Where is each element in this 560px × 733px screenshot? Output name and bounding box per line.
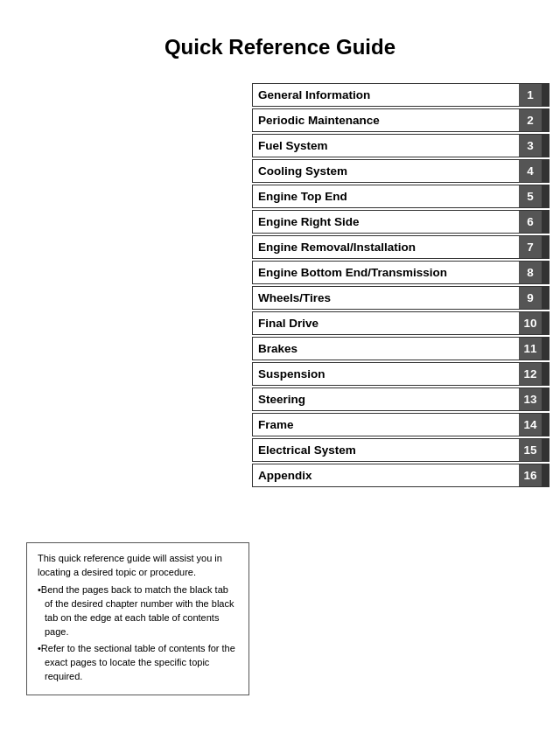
toc-side-tab — [542, 160, 549, 182]
note-intro: This quick reference guide will assist y… — [38, 552, 238, 580]
toc-item-label: Engine Removal/Installation — [253, 236, 519, 258]
toc-item[interactable]: Appendix16 — [252, 464, 550, 487]
toc-item[interactable]: Steering13 — [252, 387, 550, 411]
toc-item-label: Frame — [253, 414, 519, 436]
toc-side-tab — [542, 414, 549, 436]
toc-item-label: Final Drive — [253, 312, 519, 334]
toc-side-tab — [542, 211, 549, 233]
toc-item-number: 10 — [519, 312, 542, 334]
toc-item-number: 12 — [519, 363, 542, 385]
toc-item-label: Periodic Maintenance — [253, 109, 519, 131]
toc-side-tab — [542, 464, 549, 486]
toc-item-number: 8 — [519, 262, 542, 283]
toc-item[interactable]: Engine Bottom End/Transmission8 — [252, 261, 550, 284]
toc-item[interactable]: Suspension12 — [252, 362, 550, 386]
toc-item-number: 14 — [519, 414, 542, 436]
toc-item-label: Steering — [253, 388, 519, 410]
toc-item-number: 16 — [519, 464, 542, 486]
toc-item[interactable]: Engine Removal/Installation7 — [252, 235, 550, 259]
toc-side-tab — [542, 287, 549, 309]
toc-side-tab — [542, 84, 549, 106]
toc-item-number: 4 — [519, 160, 542, 182]
toc-side-tab — [542, 135, 549, 157]
toc-item-label: Fuel System — [253, 135, 519, 157]
toc-item-label: Engine Bottom End/Transmission — [253, 262, 519, 283]
toc-side-tab — [542, 312, 549, 334]
toc-item-number: 5 — [519, 185, 542, 207]
toc-item-label: Suspension — [253, 363, 519, 385]
toc-side-tab — [542, 439, 549, 461]
page-title: Quick Reference Guide — [0, 0, 560, 86]
toc-item[interactable]: Brakes11 — [252, 337, 550, 360]
toc-item-label: Electrical System — [253, 439, 519, 461]
toc-item-label: Engine Right Side — [253, 211, 519, 233]
toc-side-tab — [542, 109, 549, 131]
toc-item-number: 2 — [519, 109, 542, 131]
toc-item[interactable]: Engine Right Side6 — [252, 210, 550, 234]
toc-item[interactable]: Wheels/Tires9 — [252, 286, 550, 310]
toc-side-tab — [542, 185, 549, 207]
toc-item-label: Engine Top End — [253, 185, 519, 207]
toc-side-tab — [542, 363, 549, 385]
toc-item[interactable]: Frame14 — [252, 413, 550, 436]
note-bullet1: •Bend the pages back to match the black … — [38, 583, 238, 639]
note-bullet2: •Refer to the sectional table of content… — [38, 642, 238, 684]
toc-item[interactable]: Periodic Maintenance2 — [252, 108, 550, 132]
toc-item[interactable]: Final Drive10 — [252, 311, 550, 335]
toc-item-number: 15 — [519, 439, 542, 461]
toc-container: General Information1Periodic Maintenance… — [252, 83, 550, 489]
toc-item-label: Appendix — [253, 464, 519, 486]
toc-item-number: 1 — [519, 84, 542, 106]
toc-item-label: Wheels/Tires — [253, 287, 519, 309]
toc-side-tab — [542, 338, 549, 360]
toc-item[interactable]: Electrical System15 — [252, 438, 550, 462]
toc-item-number: 11 — [519, 338, 542, 360]
toc-item-label: Brakes — [253, 338, 519, 360]
toc-side-tab — [542, 388, 549, 410]
toc-side-tab — [542, 236, 549, 258]
toc-item[interactable]: Engine Top End5 — [252, 185, 550, 208]
toc-item-number: 6 — [519, 211, 542, 233]
toc-item-label: General Information — [253, 84, 519, 106]
toc-item[interactable]: General Information1 — [252, 83, 550, 107]
note-box: This quick reference guide will assist y… — [26, 542, 249, 695]
toc-item[interactable]: Fuel System3 — [252, 134, 550, 157]
toc-item-number: 9 — [519, 287, 542, 309]
toc-item-number: 3 — [519, 135, 542, 157]
toc-item-number: 13 — [519, 388, 542, 410]
toc-item-number: 7 — [519, 236, 542, 258]
toc-item-label: Cooling System — [253, 160, 519, 182]
toc-side-tab — [542, 262, 549, 283]
toc-item[interactable]: Cooling System4 — [252, 159, 550, 183]
